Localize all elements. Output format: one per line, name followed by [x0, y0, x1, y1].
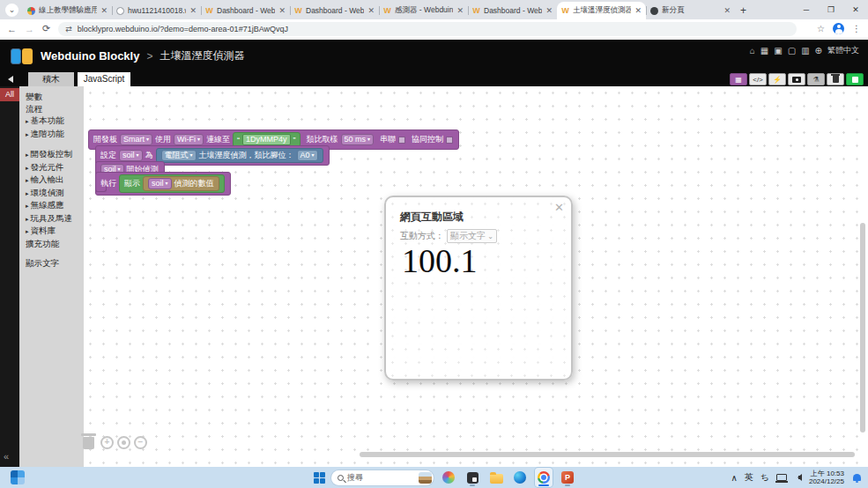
tab-close-icon[interactable]: ✕ — [456, 6, 464, 15]
taskbar-search[interactable]: 搜尋 — [331, 470, 434, 485]
tab-close-icon[interactable]: ✕ — [634, 6, 642, 15]
horizontal-scrollbar[interactable] — [360, 452, 855, 457]
profile-avatar[interactable] — [833, 23, 844, 34]
coop-checkbox[interactable] — [446, 137, 453, 144]
browser-tab[interactable]: 新分頁 ✕ — [646, 2, 735, 19]
tab-close-icon[interactable]: ✕ — [723, 6, 731, 15]
sidebar-item-board-control[interactable]: 開發板控制 — [19, 148, 84, 161]
reload-icon[interactable]: ⟳ — [42, 23, 50, 34]
zoom-out-button[interactable]: − — [134, 436, 147, 449]
browser-menu-icon[interactable]: ⋮ — [852, 24, 861, 33]
stop-button[interactable] — [846, 73, 864, 85]
sidebar-item-toys-motors[interactable]: 玩具及馬達 — [19, 212, 84, 226]
variable-dropdown[interactable]: soil — [148, 178, 172, 189]
notification-bell-icon[interactable] — [853, 474, 861, 481]
window-minimize-button[interactable]: ─ — [794, 0, 819, 19]
code-view-button[interactable]: </> — [749, 73, 767, 85]
new-tab-button[interactable]: + — [740, 4, 746, 17]
browser-tab[interactable]: W Dashboard - Webduino ✕ — [290, 2, 379, 19]
globe-icon[interactable]: ⊕ — [815, 46, 822, 55]
sidebar-item-wireless[interactable]: 無線感應 — [19, 199, 84, 212]
tab-close-icon[interactable]: ✕ — [367, 6, 375, 15]
clock[interactable]: 上午 10:53 2024/12/25 — [809, 470, 844, 486]
trash-button[interactable] — [827, 73, 844, 85]
window-restore-button[interactable]: ❐ — [819, 0, 843, 19]
sidebar-item-basic[interactable]: 基本功能 — [19, 115, 84, 128]
tab-javascript[interactable]: JavaScript — [78, 72, 130, 86]
sidebar-item-light[interactable]: 發光元件 — [19, 161, 84, 174]
volume-icon[interactable] — [794, 474, 802, 481]
collapse-arrow-icon[interactable] — [4, 76, 13, 83]
sidebar-item-database[interactable]: 資料庫 — [19, 225, 84, 238]
sample-rate-dropdown[interactable]: 50 ms — [341, 134, 375, 145]
start-button[interactable] — [314, 472, 325, 484]
camera-button[interactable] — [788, 73, 805, 85]
tab-close-icon[interactable]: ✕ — [100, 6, 108, 15]
ime-mode-indicator[interactable]: ち — [760, 471, 769, 484]
browser-tab-active[interactable]: W 土壤溫溼度偵測器 - Web ✕ — [557, 2, 646, 19]
sidebar-item-environment[interactable]: 環境偵測 — [19, 187, 84, 200]
ime-language-indicator[interactable]: 英 — [745, 471, 753, 484]
run-flash-button[interactable]: ⚡ — [768, 73, 786, 85]
workspace-trash-icon[interactable] — [83, 437, 94, 449]
test-button[interactable]: ⚗ — [807, 73, 825, 85]
file-icon[interactable]: ▢ — [788, 46, 796, 55]
widgets-icon[interactable] — [11, 470, 25, 484]
board-dropdown[interactable]: Smart — [120, 134, 152, 145]
blocks-mode-button[interactable]: ▦ — [730, 73, 747, 85]
library-icon[interactable]: ▦ — [760, 46, 768, 55]
tab-blocks[interactable]: 積木 — [28, 72, 74, 86]
tab-search-icon[interactable]: ⌄ — [5, 4, 19, 17]
bookmark-star-icon[interactable]: ☆ — [817, 24, 825, 33]
edge-icon[interactable] — [511, 468, 529, 487]
tab-close-icon[interactable]: ✕ — [278, 6, 286, 15]
forward-icon[interactable]: → — [25, 24, 34, 34]
sensor-value-block[interactable]: soil 偵測的數值 — [143, 176, 219, 191]
file-explorer-icon[interactable] — [487, 468, 505, 487]
collapse-sidebar-icon[interactable]: « — [4, 451, 9, 462]
zoom-reset-button[interactable] — [117, 436, 130, 449]
home-icon[interactable]: ⌂ — [750, 46, 755, 55]
zoom-in-button[interactable]: + — [100, 436, 114, 449]
tray-chevron-icon[interactable]: ∧ — [731, 473, 737, 483]
all-categories-button[interactable]: All — [0, 88, 19, 101]
snipping-app-icon[interactable] — [464, 468, 481, 487]
pin-dropdown[interactable]: A0 — [297, 150, 318, 161]
device-id-field[interactable]: 1DyMMP4y — [242, 134, 291, 145]
browser-tab[interactable]: hwu1121410018.webdui ✕ — [112, 2, 201, 19]
sidebar-item-advanced[interactable]: 進階功能 — [19, 128, 84, 141]
run-block[interactable]: 執行 顯示 soil 偵測的數值 — [95, 172, 231, 196]
sensor-type-dropdown[interactable]: 電阻式 — [161, 150, 197, 161]
connection-dropdown[interactable]: Wi-Fi — [174, 134, 204, 145]
back-icon[interactable]: ← — [7, 24, 17, 34]
photos-app-icon[interactable] — [440, 468, 457, 487]
powerpoint-icon[interactable]: P — [559, 468, 576, 487]
tab-close-icon[interactable]: ✕ — [189, 6, 197, 15]
save-icon[interactable]: ▣ — [774, 46, 782, 55]
vertical-scrollbar[interactable] — [860, 223, 865, 433]
serial-checkbox[interactable] — [398, 137, 405, 144]
sidebar-item-extensions[interactable]: 擴充功能 — [19, 238, 84, 250]
sidebar-item-io[interactable]: 輸入輸出 — [19, 174, 84, 187]
browser-tab[interactable]: W Dashboard - Webduino ✕ — [468, 2, 557, 19]
tab-close-icon[interactable]: ✕ — [545, 6, 553, 15]
url-bar[interactable]: ⇄ blocklypro.webduino.io/?demo=demo-area… — [58, 22, 797, 36]
sidebar-item-flow[interactable]: 流程 — [19, 103, 84, 115]
sidebar-item-display-text[interactable]: 顯示文字 — [19, 257, 84, 270]
sidebar-item-variables[interactable]: 變數 — [19, 91, 84, 103]
browser-tab[interactable]: 線上教學體驗應用 / (前)3 ✕ — [23, 2, 112, 19]
show-text-block[interactable]: 顯示 soil 偵測的數值 — [119, 174, 225, 193]
site-info-icon[interactable]: ⇄ — [65, 25, 72, 33]
export-icon[interactable]: ▥ — [801, 46, 809, 55]
language-label[interactable]: 繁體中文 — [827, 45, 859, 56]
tab-title: 土壤溫溼度偵測器 - Web — [573, 5, 631, 16]
browser-tab[interactable]: W Dashboard - Webduino ✕ — [201, 2, 290, 19]
display-tray-icon[interactable] — [776, 474, 787, 481]
window-close-button[interactable]: ✕ — [843, 0, 868, 19]
panel-close-icon[interactable]: ✕ — [554, 201, 564, 214]
soil-sensor-block[interactable]: 電阻式 土壤溼度偵測，類比腳位： A0 — [156, 148, 323, 163]
browser-tab[interactable]: W 感測器 - Webduino Bloc ✕ — [379, 2, 468, 19]
blockly-workspace[interactable]: 開發板 Smart 使用 Wi-Fi 連線至 “ 1DyMMP4y ” 類比取樣… — [84, 86, 868, 467]
chrome-icon-active[interactable] — [535, 468, 553, 487]
search-highlight-image[interactable] — [419, 472, 432, 484]
